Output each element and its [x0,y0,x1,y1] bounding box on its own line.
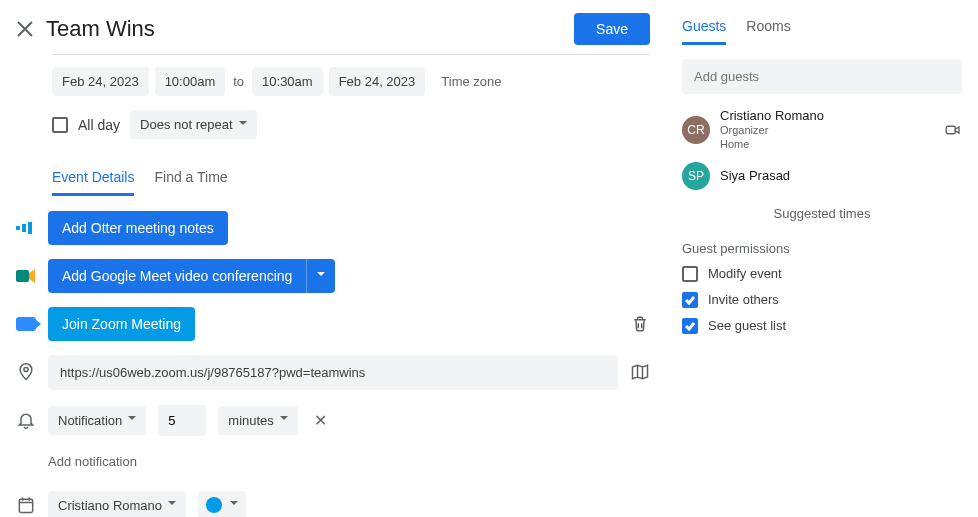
svg-rect-1 [22,224,26,232]
add-otter-button[interactable]: Add Otter meeting notes [48,211,228,245]
meet-icon [16,266,36,286]
tab-rooms[interactable]: Rooms [746,12,790,45]
remove-notification-icon[interactable]: ✕ [310,407,331,434]
guest-name: Cristiano Romano [720,108,934,123]
meet-options-dropdown[interactable] [306,259,335,293]
repeat-dropdown[interactable]: Does not repeat [130,110,257,139]
svg-rect-0 [16,226,20,230]
suggested-times-link[interactable]: Suggested times [682,206,962,221]
avatar: SP [682,162,710,190]
start-time-picker[interactable]: 10:00am [155,67,226,96]
avatar: CR [682,116,710,144]
end-date-picker[interactable]: Feb 24, 2023 [329,67,426,96]
timezone-link[interactable]: Time zone [441,74,501,89]
tab-event-details[interactable]: Event Details [52,163,134,196]
guest-status: Home [720,137,934,151]
svg-rect-7 [946,126,955,134]
event-color-picker[interactable] [198,491,246,517]
modify-event-checkbox[interactable] [682,266,698,282]
to-label: to [231,74,246,89]
tab-guests[interactable]: Guests [682,12,726,45]
allday-checkbox[interactable] [52,117,68,133]
add-meet-button[interactable]: Add Google Meet video conferencing [48,259,306,293]
notification-unit-dropdown[interactable]: minutes [218,406,298,435]
delete-zoom-icon[interactable] [630,314,650,334]
otter-icon [16,218,36,238]
see-guest-list-label: See guest list [708,318,786,333]
close-icon[interactable] [16,20,34,38]
location-input[interactable] [48,355,618,390]
save-button[interactable]: Save [574,13,650,45]
svg-point-4 [24,367,28,371]
svg-rect-5 [19,499,32,512]
see-guest-list-checkbox[interactable] [682,318,698,334]
modify-event-label: Modify event [708,266,782,281]
join-zoom-button[interactable]: Join Zoom Meeting [48,307,195,341]
permissions-title: Guest permissions [682,241,962,256]
guest-role: Organizer [720,123,934,137]
calendar-owner-dropdown[interactable]: Cristiano Romano [48,491,186,518]
zoom-icon [16,314,36,334]
invite-others-label: Invite others [708,292,779,307]
date-time-row: Feb 24, 2023 10:00am to 10:30am Feb 24, … [52,67,650,96]
map-icon[interactable] [630,362,650,382]
guest-row[interactable]: CR Cristiano Romano Organizer Home [682,108,962,152]
add-guests-input[interactable] [682,59,962,94]
notification-icon [16,410,36,430]
allday-label: All day [78,117,120,133]
camera-icon [944,121,962,139]
start-date-picker[interactable]: Feb 24, 2023 [52,67,149,96]
end-time-picker[interactable]: 10:30am [252,67,323,96]
add-notification-link[interactable]: Add notification [48,450,650,473]
svg-rect-2 [28,222,32,234]
svg-rect-3 [16,270,29,282]
guest-row[interactable]: SP Siya Prasad [682,162,962,190]
notification-type-dropdown[interactable]: Notification [48,406,146,435]
location-icon [16,362,36,382]
calendar-icon [16,495,36,515]
event-title-input[interactable] [46,12,562,46]
notification-value-input[interactable] [158,405,206,436]
invite-others-checkbox[interactable] [682,292,698,308]
tab-find-time[interactable]: Find a Time [154,163,227,196]
guest-name: Siya Prasad [720,168,962,183]
